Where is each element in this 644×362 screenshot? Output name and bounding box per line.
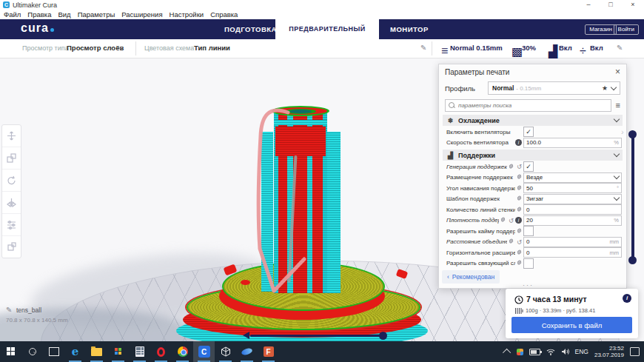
- action-center-icon[interactable]: [630, 347, 640, 356]
- taskbar-clock[interactable]: 23:52 23.07.2019: [594, 345, 624, 358]
- value-input[interactable]: 20 %: [523, 215, 622, 226]
- taskbar-file-explorer[interactable]: [86, 341, 107, 362]
- link-icon[interactable]: [507, 238, 515, 246]
- menu-edit[interactable]: Правка: [27, 10, 51, 19]
- menu-extensions[interactable]: Расширения: [121, 10, 162, 19]
- undo-icon[interactable]: ↺: [515, 163, 523, 170]
- view-edit-pencil-icon[interactable]: ✎: [420, 44, 426, 52]
- save-to-file-button[interactable]: Сохранить в файл: [511, 317, 632, 333]
- link-icon[interactable]: [515, 206, 523, 214]
- menu-file[interactable]: Файл: [4, 10, 21, 19]
- section-title: Охлаждение: [458, 117, 500, 124]
- menu-help[interactable]: Справка: [210, 10, 238, 19]
- section-cooling[interactable]: ❄ Охлаждение: [443, 115, 623, 126]
- taskbar-store[interactable]: [107, 341, 129, 362]
- value-input[interactable]: 0 mm: [523, 247, 622, 258]
- info-icon[interactable]: i: [515, 139, 522, 146]
- checkbox-unchecked[interactable]: [523, 258, 534, 269]
- path-slider-handle[interactable]: [379, 332, 387, 340]
- wifi-icon[interactable]: [546, 348, 555, 355]
- task-view-button[interactable]: [43, 341, 64, 362]
- tool-per-model-settings-button[interactable]: [2, 214, 21, 236]
- link-icon[interactable]: [499, 216, 507, 224]
- recommended-mode-button[interactable]: ‹ Рекомендован: [442, 270, 500, 284]
- link-icon[interactable]: [515, 184, 523, 192]
- undo-icon[interactable]: ↺: [507, 217, 515, 224]
- layer-slider-bottom-handle[interactable]: [628, 256, 637, 264]
- start-button[interactable]: [0, 341, 21, 362]
- menu-view[interactable]: Вид: [58, 10, 70, 19]
- info-icon[interactable]: i: [623, 294, 631, 303]
- layer-slider-top-handle[interactable]: [628, 130, 637, 138]
- profile-select[interactable]: Normal - 0.15mm ★: [488, 81, 620, 95]
- signin-button[interactable]: Войти: [614, 24, 639, 35]
- tool-mirror-button[interactable]: [2, 192, 21, 214]
- section-support[interactable]: ▟ Поддержки: [443, 150, 623, 161]
- panel-close-icon[interactable]: ×: [615, 67, 620, 77]
- path-slider[interactable]: [250, 335, 383, 337]
- language-indicator[interactable]: ENG: [575, 348, 588, 355]
- color-scheme-select[interactable]: Тип линии: [194, 44, 230, 52]
- tool-scale-button[interactable]: [2, 147, 21, 170]
- value-input[interactable]: 100.0 %: [523, 138, 622, 148]
- info-icon[interactable]: i: [515, 217, 522, 224]
- view-type-collapse-icon[interactable]: ‹: [120, 44, 122, 52]
- link-icon[interactable]: [515, 195, 523, 203]
- link-icon[interactable]: [515, 249, 523, 257]
- tool-move-button[interactable]: [2, 125, 21, 147]
- taskbar-opera[interactable]: [150, 341, 172, 362]
- rename-model-pencil-icon[interactable]: ✎: [6, 306, 12, 314]
- checkbox-unchecked[interactable]: [523, 226, 534, 236]
- taskbar-chrome[interactable]: [172, 341, 193, 362]
- marketplace-button[interactable]: Магазин: [585, 24, 617, 35]
- panel-resize-dots-icon[interactable]: ···: [523, 281, 534, 289]
- link-icon[interactable]: [507, 163, 515, 171]
- battery-icon[interactable]: [529, 349, 540, 355]
- summary-infill[interactable]: 30%: [522, 44, 536, 52]
- settings-edit-pencil-icon[interactable]: ✎: [617, 44, 623, 52]
- volume-icon[interactable]: [561, 348, 569, 355]
- path-slider-start-icon[interactable]: [243, 332, 249, 339]
- menu-parameters[interactable]: Параметры: [78, 10, 115, 19]
- taskbar-f-app[interactable]: F: [258, 341, 279, 362]
- view-type-select[interactable]: Просмотр слоёв: [67, 44, 124, 52]
- star-icon[interactable]: ★: [602, 84, 608, 92]
- taskbar-cura[interactable]: C: [193, 341, 215, 362]
- dropdown[interactable]: Везде: [523, 172, 622, 183]
- summary-profile[interactable]: Normal 0.15mm: [450, 44, 503, 52]
- taskbar-paint3d[interactable]: [236, 341, 258, 362]
- minimize-button[interactable]: –: [577, 0, 600, 10]
- search-box[interactable]: [445, 99, 611, 112]
- checkbox-checked[interactable]: ✓: [523, 127, 534, 137]
- tool-support-blocker-button[interactable]: [2, 236, 21, 258]
- close-button[interactable]: ×: [622, 0, 644, 10]
- summary-adhesion[interactable]: Вкл: [590, 44, 603, 52]
- link-icon[interactable]: [515, 227, 523, 235]
- undo-icon[interactable]: ↺: [515, 238, 523, 246]
- menu-preferences[interactable]: Настройки: [170, 10, 204, 19]
- dropdown[interactable]: Зигзаг: [523, 194, 622, 204]
- value-input[interactable]: 50 °: [523, 183, 622, 193]
- taskbar-edge[interactable]: e: [64, 341, 86, 362]
- maximize-button[interactable]: □: [600, 0, 622, 10]
- value-input[interactable]: 0: [523, 204, 622, 215]
- summary-support[interactable]: Вкл: [559, 44, 572, 52]
- checkbox-checked[interactable]: ✓: [523, 161, 534, 172]
- link-icon[interactable]: [515, 173, 523, 181]
- tab-preview[interactable]: ПРЕДВАРИТЕЛЬНЫЙ ПРОСМОТР: [275, 19, 379, 39]
- tool-rotate-button[interactable]: [2, 170, 21, 192]
- tray-app-icon[interactable]: [517, 349, 523, 355]
- settings-visibility-menu-icon[interactable]: ≡: [616, 101, 620, 110]
- layer-slider-chevron-icon[interactable]: ›: [621, 127, 624, 136]
- value-input[interactable]: 0 mm: [523, 237, 622, 247]
- taskbar-3d-viewer[interactable]: [215, 341, 236, 362]
- tab-monitor[interactable]: МОНИТОР: [390, 19, 429, 39]
- taskbar-calculator[interactable]: [129, 341, 150, 362]
- color-scheme-label: Цветовая схема: [144, 44, 194, 52]
- tray-expand-chevron-icon[interactable]: [502, 349, 510, 357]
- layer-slider[interactable]: [631, 133, 634, 261]
- tab-prepare[interactable]: ПОДГОТОВКА: [224, 19, 277, 39]
- taskbar-search-button[interactable]: [21, 341, 43, 362]
- link-icon[interactable]: [515, 259, 523, 267]
- search-input[interactable]: [457, 101, 608, 110]
